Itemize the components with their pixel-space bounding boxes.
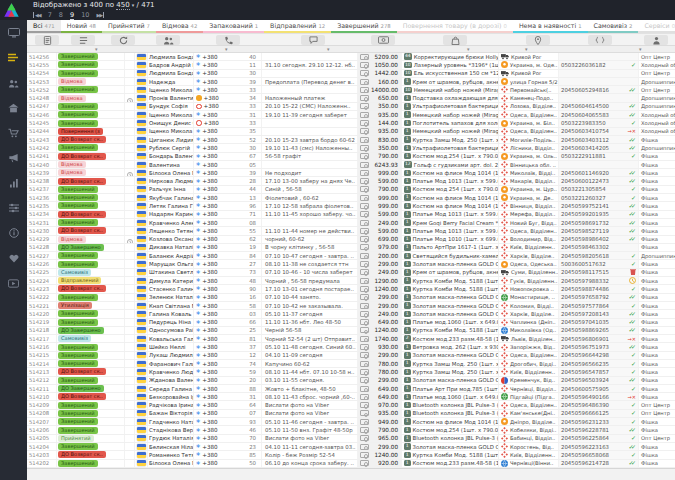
phone-cell[interactable]: *+38070 xyxy=(194,435,262,442)
customer-name[interactable]: Марущак Ольга Іва.. xyxy=(148,260,194,267)
status-badge[interactable]: ДО Возврат ск.. xyxy=(58,136,106,143)
filter-caret[interactable]: ▾ xyxy=(95,46,98,52)
sidebar-item-customers[interactable] xyxy=(0,70,27,95)
customer-name[interactable]: Галина Коваль xyxy=(148,310,194,317)
status-badge[interactable]: Відправлений xyxy=(58,277,101,284)
phone-cell[interactable]: *+38031 xyxy=(194,111,262,118)
table-row[interactable]: 514224ВідправленийДимула Катерина*+38048… xyxy=(27,277,675,285)
phone-cell[interactable]: *+38044 xyxy=(194,186,262,193)
tracking-cell[interactable]: 20450596486390✓ xyxy=(559,401,639,408)
phone-cell[interactable]: *+38030 xyxy=(194,70,262,77)
app-logo-icon[interactable] xyxy=(3,2,20,22)
status-badge[interactable]: Самовивіз xyxy=(58,269,91,276)
status-badge[interactable]: ДО Возврат ск.. xyxy=(58,211,106,218)
table-row[interactable]: 514256ЗавершенийЛюдмила Бондарен..*+3804… xyxy=(27,53,675,61)
tab-Запакований[interactable]: Запакований1 xyxy=(203,20,264,33)
last-page-button[interactable]: ▶▶ xyxy=(96,12,104,18)
table-row[interactable]: 514223ДО Возврат ск..Стасенко Галина Ви.… xyxy=(27,285,675,293)
table-row[interactable]: 514220ЗавершенийГалина Коваль*+3800305.1… xyxy=(27,310,675,318)
filter-caret[interactable]: ▾ xyxy=(467,46,470,52)
status-badge[interactable]: ДО Завершено xyxy=(58,327,104,334)
phone-cell[interactable]: *+38062 xyxy=(194,236,262,243)
customer-name[interactable]: Односумова Раіса І.. xyxy=(148,327,194,334)
table-row[interactable]: 514240ВідмоваВалентина*+380056243.9312Го… xyxy=(27,161,675,169)
column-header-person-icon[interactable] xyxy=(644,35,668,45)
status-badge[interactable]: Завершений xyxy=(58,294,98,301)
status-badge[interactable]: Завершений xyxy=(58,194,98,201)
phone-cell[interactable]: *+38033 xyxy=(194,86,262,93)
tracking-cell[interactable]: 20450598205618✓ xyxy=(559,252,639,259)
phone-cell[interactable]: *+38048 xyxy=(194,277,262,284)
phone-cell[interactable]: *+38003 xyxy=(194,310,262,317)
status-badge[interactable]: Завершений xyxy=(58,418,98,425)
status-badge[interactable]: Завершений xyxy=(58,61,98,68)
customer-name[interactable]: Баланюк Андрій xyxy=(148,252,194,259)
column-header-bag-icon[interactable] xyxy=(443,35,467,45)
page-button[interactable]: 7 xyxy=(48,11,52,20)
customer-name[interactable]: Людмила Бондарен.. xyxy=(148,53,194,60)
customer-name[interactable]: Онищук Денис Сергі.. xyxy=(148,119,194,126)
phone-cell[interactable]: *+38031 xyxy=(194,393,262,400)
tracking-cell[interactable]: 0503221260327✓ xyxy=(559,194,639,201)
status-badge[interactable]: ДО Возврат ск.. xyxy=(58,368,106,375)
customer-name[interactable]: Романенко Тетяна xyxy=(148,451,194,458)
table-row[interactable]: 514202ЗавершенийБілоока Олена Петр..*+38… xyxy=(27,460,675,468)
tracking-cell[interactable]: 20450598463302 xyxy=(559,244,639,251)
status-badge[interactable]: ДО Завершено xyxy=(58,385,104,392)
sidebar-item-orders[interactable] xyxy=(0,45,27,70)
column-header-users-icon[interactable] xyxy=(156,35,180,45)
sidebar-item-tutorials[interactable] xyxy=(0,270,27,295)
table-row[interactable]: 514245ЗавершенийОнищук Денис Сергі..+380… xyxy=(27,119,675,127)
table-row[interactable]: 514231ЗавершенийКравченко Алексей*+38008… xyxy=(27,219,675,227)
phone-cell[interactable]: *+38039 xyxy=(194,169,262,176)
status-badge[interactable]: Завершений xyxy=(58,460,98,467)
phone-cell[interactable]: *+38074 xyxy=(194,360,262,367)
customer-name[interactable]: Надежда xyxy=(148,78,194,85)
table-row[interactable]: 514211ДО ЗавершеноСереда Галина Івані..*… xyxy=(27,385,675,393)
phone-cell[interactable]: *+38052 xyxy=(194,136,262,143)
column-header-tracking-icon[interactable] xyxy=(588,35,612,45)
page-button[interactable]: 8 xyxy=(59,11,63,20)
tracking-cell[interactable]: 20450603410754→✕ xyxy=(559,128,639,135)
table-row[interactable]: 514206ЗавершенийСтаднікова Вера В..*+380… xyxy=(27,426,675,434)
tracking-cell[interactable]: 20450600575905✓ xyxy=(559,385,639,392)
phone-cell[interactable]: *+38008 xyxy=(194,219,262,226)
table-row[interactable]: 514204ЗавершенийБелинская Ніла*+3802304.… xyxy=(27,443,675,451)
phone-cell[interactable]: *+38058 xyxy=(194,302,262,309)
customer-name[interactable]: Білоока Олена Петр.. xyxy=(148,460,194,467)
customer-name[interactable]: Зеленюк Наталія Па.. xyxy=(148,294,194,301)
phone-cell[interactable]: *+38013 xyxy=(194,194,262,201)
table-row[interactable]: 514255ЗавершенийБадров Андрій Вікт..*+38… xyxy=(27,61,675,69)
customer-name[interactable]: Ральчук Інна xyxy=(148,186,194,193)
phone-cell[interactable]: *+38067 xyxy=(194,153,262,160)
column-header-pin-icon[interactable] xyxy=(526,35,550,45)
tracking-cell[interactable]: 20450596231233✓ xyxy=(559,418,639,425)
tracking-cell[interactable]: 20450598874486✓ xyxy=(559,285,639,292)
column-header-refresh-icon[interactable] xyxy=(111,35,135,45)
tab-Всі[interactable]: Всі471 xyxy=(27,20,61,33)
phone-cell[interactable]: *+38025 xyxy=(194,327,262,334)
tracking-cell[interactable]: 20450596666125✓ xyxy=(559,410,639,417)
customer-name[interactable]: Білоока Олена Петр.. xyxy=(148,169,194,176)
customer-name[interactable]: Жданова Валентина xyxy=(148,377,194,384)
customer-name[interactable]: Бажан Вікторія xyxy=(148,410,194,417)
tracking-cell[interactable]: 20450596223163✓✓ xyxy=(559,443,639,450)
table-row[interactable]: 514254ЗавершенийЛюдмила Бондарен..*+3803… xyxy=(27,70,675,78)
tracking-cell[interactable]: 0503226036182✓ xyxy=(559,61,639,68)
customer-name[interactable]: Козлова Оксана xyxy=(148,236,194,243)
tracking-cell[interactable]: 20450600122473✓✓ xyxy=(559,177,639,184)
tracking-cell[interactable] xyxy=(559,78,639,85)
tracking-cell[interactable]: 20450597988332 xyxy=(559,277,639,284)
status-badge[interactable]: Завершений xyxy=(58,144,98,151)
status-badge[interactable]: ДО Завершено xyxy=(58,244,104,251)
table-row[interactable]: 514212ЗавершенийЖданова Валентина*+38020… xyxy=(27,377,675,385)
phone-cell[interactable]: *+38019 xyxy=(194,244,262,251)
tracking-cell[interactable]: 20450601146920✓✓ xyxy=(559,169,639,176)
status-badge[interactable]: ДО Возврат ск.. xyxy=(58,393,106,400)
customer-name[interactable]: Грудюк Наталія Мик.. xyxy=(148,435,194,442)
tracking-cell[interactable]: 0503221305854✓ xyxy=(559,186,639,193)
customer-name[interactable]: Середа Галина Івані.. xyxy=(148,385,194,392)
tab-Самовивіз[interactable]: Самовивіз2 xyxy=(588,20,639,33)
tracking-cell[interactable]: 0503223983350✓ xyxy=(559,119,639,126)
phone-cell[interactable]: *+38085 xyxy=(194,451,262,458)
